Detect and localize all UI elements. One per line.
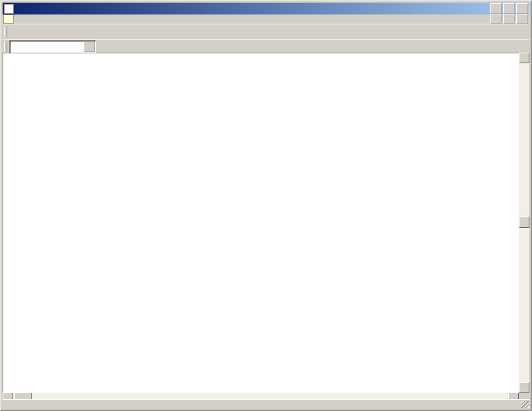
close-button[interactable]	[516, 3, 528, 14]
toolbar-main	[3, 24, 529, 40]
mdi-restore-button[interactable]	[503, 14, 515, 24]
vertical-scrollbar[interactable]	[519, 53, 529, 393]
status-bar	[3, 399, 529, 408]
scroll-up-button[interactable]	[519, 53, 529, 63]
mdi-document-icon[interactable]	[3, 14, 14, 24]
model-viewport[interactable]	[3, 53, 521, 393]
structure-3d-model	[3, 53, 521, 393]
toolbar-view	[3, 39, 529, 54]
menu-bar	[3, 14, 529, 24]
maximize-button[interactable]	[503, 3, 515, 14]
mdi-close-button[interactable]	[516, 14, 528, 24]
app-icon[interactable]	[4, 4, 14, 14]
combo-dropdown-button[interactable]	[84, 41, 95, 52]
scroll-down-button[interactable]	[519, 382, 529, 393]
resize-grip[interactable]	[521, 401, 529, 408]
toolbar-grip[interactable]	[4, 41, 7, 52]
load-case-input[interactable]	[10, 43, 84, 51]
toolbar-grip[interactable]	[4, 26, 7, 37]
app-window	[0, 0, 532, 411]
mdi-minimize-button[interactable]	[490, 14, 502, 24]
load-case-combo[interactable]	[9, 40, 96, 53]
minimize-button[interactable]	[490, 3, 502, 14]
title-bar[interactable]	[3, 3, 529, 14]
vertical-scroll-thumb[interactable]	[519, 216, 529, 228]
